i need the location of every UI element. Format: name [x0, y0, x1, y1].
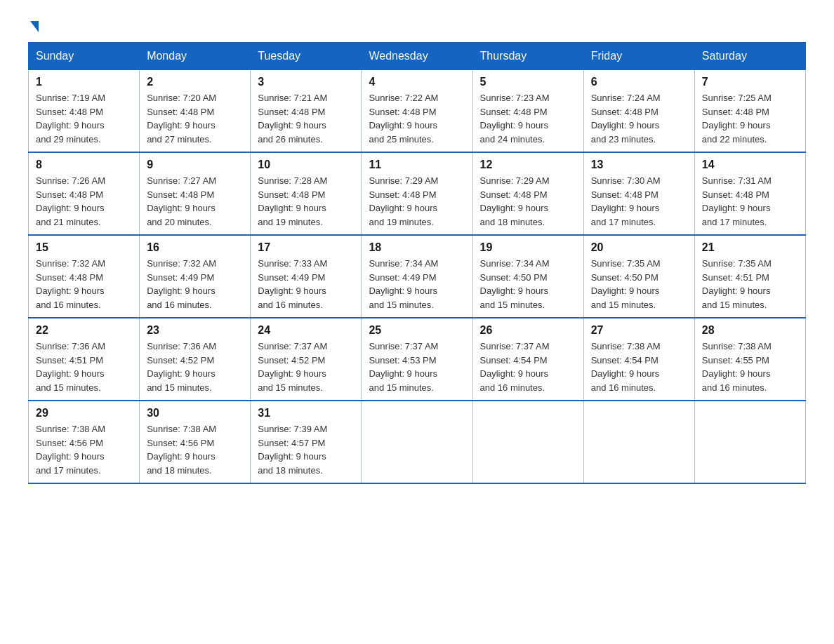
calendar-cell: 3 Sunrise: 7:21 AMSunset: 4:48 PMDayligh… — [251, 70, 362, 153]
calendar-cell: 20 Sunrise: 7:35 AMSunset: 4:50 PMDaylig… — [583, 235, 694, 318]
day-info: Sunrise: 7:29 AMSunset: 4:48 PMDaylight:… — [369, 174, 465, 229]
day-number: 6 — [591, 76, 687, 88]
day-info: Sunrise: 7:37 AMSunset: 4:54 PMDaylight:… — [480, 340, 576, 394]
day-number: 28 — [702, 324, 798, 337]
day-info: Sunrise: 7:33 AMSunset: 4:49 PMDaylight:… — [258, 257, 354, 311]
calendar-week-row: 22 Sunrise: 7:36 AMSunset: 4:51 PMDaylig… — [29, 318, 806, 401]
day-number: 2 — [147, 76, 243, 88]
day-number: 22 — [36, 324, 132, 337]
day-info: Sunrise: 7:19 AMSunset: 4:48 PMDaylight:… — [36, 91, 132, 146]
day-info: Sunrise: 7:29 AMSunset: 4:48 PMDaylight:… — [480, 174, 576, 229]
calendar-cell: 29 Sunrise: 7:38 AMSunset: 4:56 PMDaylig… — [29, 401, 140, 483]
day-info: Sunrise: 7:26 AMSunset: 4:48 PMDaylight:… — [36, 174, 132, 229]
calendar-cell: 10 Sunrise: 7:28 AMSunset: 4:48 PMDaylig… — [251, 152, 362, 235]
weekday-header-tuesday: Tuesday — [251, 43, 362, 70]
calendar-cell — [694, 401, 805, 483]
day-number: 23 — [147, 324, 243, 337]
calendar-cell: 28 Sunrise: 7:38 AMSunset: 4:55 PMDaylig… — [694, 318, 805, 401]
day-info: Sunrise: 7:38 AMSunset: 4:55 PMDaylight:… — [702, 340, 798, 394]
day-number: 29 — [36, 407, 132, 420]
calendar-cell: 8 Sunrise: 7:26 AMSunset: 4:48 PMDayligh… — [29, 152, 140, 235]
day-number: 26 — [480, 324, 576, 337]
day-info: Sunrise: 7:28 AMSunset: 4:48 PMDaylight:… — [258, 174, 354, 229]
calendar-cell: 22 Sunrise: 7:36 AMSunset: 4:51 PMDaylig… — [29, 318, 140, 401]
calendar-cell: 17 Sunrise: 7:33 AMSunset: 4:49 PMDaylig… — [251, 235, 362, 318]
day-number: 8 — [36, 159, 132, 171]
day-info: Sunrise: 7:35 AMSunset: 4:51 PMDaylight:… — [702, 257, 798, 311]
day-number: 31 — [258, 407, 354, 420]
day-number: 10 — [258, 159, 354, 171]
calendar-cell — [583, 401, 694, 483]
calendar-week-row: 1 Sunrise: 7:19 AMSunset: 4:48 PMDayligh… — [29, 70, 806, 153]
calendar-cell: 9 Sunrise: 7:27 AMSunset: 4:48 PMDayligh… — [140, 152, 251, 235]
calendar-cell: 18 Sunrise: 7:34 AMSunset: 4:49 PMDaylig… — [362, 235, 472, 318]
day-number: 24 — [258, 324, 354, 337]
day-number: 18 — [369, 241, 465, 254]
day-number: 5 — [480, 76, 576, 88]
weekday-header-row: SundayMondayTuesdayWednesdayThursdayFrid… — [29, 43, 806, 70]
day-info: Sunrise: 7:36 AMSunset: 4:51 PMDaylight:… — [36, 340, 132, 394]
day-info: Sunrise: 7:35 AMSunset: 4:50 PMDaylight:… — [591, 257, 687, 311]
day-number: 20 — [591, 241, 687, 254]
day-info: Sunrise: 7:37 AMSunset: 4:53 PMDaylight:… — [369, 340, 465, 394]
day-info: Sunrise: 7:32 AMSunset: 4:48 PMDaylight:… — [36, 257, 132, 311]
calendar-cell: 13 Sunrise: 7:30 AMSunset: 4:48 PMDaylig… — [583, 152, 694, 235]
calendar-cell: 7 Sunrise: 7:25 AMSunset: 4:48 PMDayligh… — [694, 70, 805, 153]
calendar-cell: 27 Sunrise: 7:38 AMSunset: 4:54 PMDaylig… — [583, 318, 694, 401]
day-info: Sunrise: 7:36 AMSunset: 4:52 PMDaylight:… — [147, 340, 243, 394]
day-info: Sunrise: 7:32 AMSunset: 4:49 PMDaylight:… — [147, 257, 243, 311]
day-info: Sunrise: 7:38 AMSunset: 4:54 PMDaylight:… — [591, 340, 687, 394]
calendar-cell: 31 Sunrise: 7:39 AMSunset: 4:57 PMDaylig… — [251, 401, 362, 483]
day-number: 7 — [702, 76, 798, 88]
calendar-week-row: 29 Sunrise: 7:38 AMSunset: 4:56 PMDaylig… — [29, 401, 806, 483]
calendar-cell: 1 Sunrise: 7:19 AMSunset: 4:48 PMDayligh… — [29, 70, 140, 153]
calendar-cell: 14 Sunrise: 7:31 AMSunset: 4:48 PMDaylig… — [694, 152, 805, 235]
day-number: 19 — [480, 241, 576, 254]
calendar-week-row: 8 Sunrise: 7:26 AMSunset: 4:48 PMDayligh… — [29, 152, 806, 235]
day-info: Sunrise: 7:21 AMSunset: 4:48 PMDaylight:… — [258, 91, 354, 146]
day-info: Sunrise: 7:20 AMSunset: 4:48 PMDaylight:… — [147, 91, 243, 146]
day-number: 17 — [258, 241, 354, 254]
calendar-cell: 24 Sunrise: 7:37 AMSunset: 4:52 PMDaylig… — [251, 318, 362, 401]
day-info: Sunrise: 7:22 AMSunset: 4:48 PMDaylight:… — [369, 91, 465, 146]
day-info: Sunrise: 7:27 AMSunset: 4:48 PMDaylight:… — [147, 174, 243, 229]
day-number: 9 — [147, 159, 243, 171]
day-number: 21 — [702, 241, 798, 254]
day-info: Sunrise: 7:31 AMSunset: 4:48 PMDaylight:… — [702, 174, 798, 229]
day-number: 4 — [369, 76, 465, 88]
calendar-cell: 2 Sunrise: 7:20 AMSunset: 4:48 PMDayligh… — [140, 70, 251, 153]
calendar-cell: 26 Sunrise: 7:37 AMSunset: 4:54 PMDaylig… — [472, 318, 583, 401]
logo-line1 — [28, 21, 39, 31]
day-info: Sunrise: 7:38 AMSunset: 4:56 PMDaylight:… — [36, 422, 132, 477]
calendar-cell: 16 Sunrise: 7:32 AMSunset: 4:49 PMDaylig… — [140, 235, 251, 318]
day-info: Sunrise: 7:34 AMSunset: 4:50 PMDaylight:… — [480, 257, 576, 311]
day-info: Sunrise: 7:24 AMSunset: 4:48 PMDaylight:… — [591, 91, 687, 146]
calendar-cell: 25 Sunrise: 7:37 AMSunset: 4:53 PMDaylig… — [362, 318, 472, 401]
day-info: Sunrise: 7:37 AMSunset: 4:52 PMDaylight:… — [258, 340, 354, 394]
day-info: Sunrise: 7:34 AMSunset: 4:49 PMDaylight:… — [369, 257, 465, 311]
calendar-table: SundayMondayTuesdayWednesdayThursdayFrid… — [28, 42, 806, 484]
weekday-header-monday: Monday — [140, 43, 251, 70]
day-number: 27 — [591, 324, 687, 337]
calendar-cell — [472, 401, 583, 483]
weekday-header-thursday: Thursday — [472, 43, 583, 70]
logo-triangle-icon — [30, 21, 39, 32]
day-number: 14 — [702, 159, 798, 171]
weekday-header-sunday: Sunday — [29, 43, 140, 70]
day-info: Sunrise: 7:25 AMSunset: 4:48 PMDaylight:… — [702, 91, 798, 146]
day-number: 13 — [591, 159, 687, 171]
calendar-cell: 12 Sunrise: 7:29 AMSunset: 4:48 PMDaylig… — [472, 152, 583, 235]
calendar-cell: 19 Sunrise: 7:34 AMSunset: 4:50 PMDaylig… — [472, 235, 583, 318]
day-number: 30 — [147, 407, 243, 420]
day-number: 15 — [36, 241, 132, 254]
calendar-cell: 23 Sunrise: 7:36 AMSunset: 4:52 PMDaylig… — [140, 318, 251, 401]
day-number: 11 — [369, 159, 465, 171]
day-number: 16 — [147, 241, 243, 254]
calendar-cell: 11 Sunrise: 7:29 AMSunset: 4:48 PMDaylig… — [362, 152, 472, 235]
day-number: 12 — [480, 159, 576, 171]
calendar-cell: 15 Sunrise: 7:32 AMSunset: 4:48 PMDaylig… — [29, 235, 140, 318]
day-info: Sunrise: 7:38 AMSunset: 4:56 PMDaylight:… — [147, 422, 243, 477]
day-number: 25 — [369, 324, 465, 337]
calendar-cell: 21 Sunrise: 7:35 AMSunset: 4:51 PMDaylig… — [694, 235, 805, 318]
weekday-header-saturday: Saturday — [694, 43, 805, 70]
